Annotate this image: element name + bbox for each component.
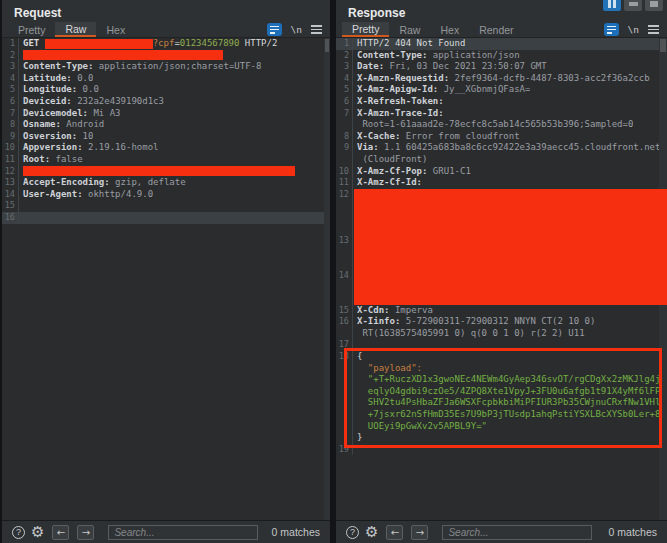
editor-row: 4X-Amzn-Requestid: 2fef9364-dcfb-4487-83… [336, 73, 667, 85]
editor-row: 2Content-Type: application/json [336, 50, 667, 62]
line-number: 5 [2, 84, 19, 96]
editor-row: Root=1-61aaad2e-78ecfc8c5ab14c565b53b396… [336, 119, 667, 131]
tab-raw[interactable]: Raw [389, 22, 430, 37]
line-number: 12 [336, 189, 353, 201]
line-number: 4 [336, 73, 353, 85]
editor-row: 16 [2, 212, 330, 224]
line-number: 4 [2, 73, 19, 85]
menu-icon[interactable] [311, 25, 322, 34]
help-icon[interactable]: ? [346, 526, 359, 539]
tab-raw[interactable]: Raw [55, 22, 96, 37]
line-number [336, 119, 353, 131]
editor-row: 2 [2, 50, 330, 62]
line-number [336, 293, 353, 305]
line-number: 9 [336, 142, 353, 154]
line-number: 10 [336, 166, 353, 178]
line-number: 5 [336, 84, 353, 96]
tab-pretty[interactable]: Pretty [8, 22, 55, 37]
editor-row: 10X-Amz-Cf-Pop: GRU1-C1 [336, 166, 667, 178]
scrollbar-thumb[interactable] [325, 39, 329, 52]
line-number: 6 [2, 96, 19, 108]
line-number: 8 [336, 131, 353, 143]
editor-row: 9Via: 1.1 60425a683ba8c6cc92422e3a39aecc… [336, 142, 667, 154]
next-match-button[interactable]: → [77, 525, 94, 540]
line-number: 6 [336, 96, 353, 108]
match-count: 0 matches [609, 526, 659, 538]
prev-match-button[interactable]: ← [52, 525, 69, 540]
line-number: 12 [2, 166, 19, 178]
wrap-lines-icon[interactable] [267, 23, 282, 36]
response-titlebar: Response [336, 0, 667, 22]
newline-toggle[interactable]: \n [291, 24, 302, 35]
redaction-overlay [354, 189, 667, 305]
redaction [23, 166, 295, 176]
menu-icon[interactable] [648, 25, 659, 34]
tab-render[interactable]: Render [469, 22, 523, 37]
response-search-bar: ? ⚙ ← → 0 matches [336, 520, 667, 543]
response-tabbar: PrettyRawHexRender \n [336, 22, 667, 38]
line-number [336, 328, 353, 340]
panel-title: Request [14, 6, 61, 20]
panel-title: Response [348, 6, 405, 20]
line-number [336, 154, 353, 166]
editor-row: 15 [2, 200, 330, 212]
editor-row: 3Date: Fri, 03 Dec 2021 23:50:07 GMT [336, 61, 667, 73]
editor-row: 5Longitude: 0.0 [2, 84, 330, 96]
editor-row: 1GET ?cpf=01234567890 HTTP/2 [2, 38, 330, 50]
editor-row: 14User-Agent: okhttp/4.9.0 [2, 189, 330, 201]
editor-row: 13Accept-Encoding: gzip, deflate [2, 177, 330, 189]
line-number: 3 [2, 61, 19, 73]
search-input[interactable] [442, 525, 592, 540]
scrollbar[interactable] [324, 38, 330, 520]
gear-icon[interactable]: ⚙ [31, 526, 44, 539]
response-editor[interactable]: 1HTTP/2 404 Not Found2Content-Type: appl… [336, 38, 667, 520]
line-number: 10 [2, 142, 19, 154]
line-number: 2 [2, 50, 19, 62]
newline-toggle[interactable]: \n [628, 24, 639, 35]
line-number: 1 [336, 38, 353, 50]
editor-row: 7Devicemodel: Mi A3 [2, 108, 330, 120]
redaction [45, 39, 153, 49]
line-number [336, 247, 353, 259]
scrollbar-thumb[interactable] [660, 39, 666, 52]
editor-row: 6X-Refresh-Token: [336, 96, 667, 108]
line-number: 11 [336, 177, 353, 189]
tab-hex[interactable]: Hex [96, 22, 135, 37]
layout-columns-button[interactable] [603, 0, 621, 11]
prev-match-button[interactable]: ← [386, 525, 403, 540]
editor-row: 10Appversion: 2.19.16-homol [2, 142, 330, 154]
request-search-bar: ? ⚙ ← → 0 matches [2, 520, 330, 543]
line-number: 13 [2, 177, 19, 189]
next-match-button[interactable]: → [411, 525, 428, 540]
line-number: 16 [336, 316, 353, 328]
wrap-lines-icon[interactable] [604, 23, 619, 36]
search-input[interactable] [108, 525, 258, 540]
editor-row: 8X-Cache: Error from cloudfront [336, 131, 667, 143]
editor-row: 3Content-Type: application/json;charset=… [2, 61, 330, 73]
line-number: 13 [336, 235, 353, 247]
gear-icon[interactable]: ⚙ [365, 526, 378, 539]
tab-pretty[interactable]: Pretty [342, 22, 389, 37]
request-tabbar: PrettyRawHex \n [2, 22, 330, 38]
layout-buttons [603, 0, 663, 11]
line-number: 14 [2, 189, 19, 201]
line-number [336, 281, 353, 293]
layout-single-button[interactable] [645, 0, 663, 11]
editor-row: 11X-Amz-Cf-Id: [336, 177, 667, 189]
line-number: 8 [2, 119, 19, 131]
editor-row: 9Osversion: 10 [2, 131, 330, 143]
editor-row: 4Latitude: 0.0 [2, 73, 330, 85]
help-icon[interactable]: ? [12, 526, 25, 539]
line-number: 9 [2, 131, 19, 143]
layout-rows-button[interactable] [624, 0, 642, 11]
editor-row: (CloudFront) [336, 154, 667, 166]
editor-row: 16X-Iinfo: 5-72900311-72900312 NNYN CT(2… [336, 316, 667, 328]
line-number [336, 200, 353, 212]
request-titlebar: Request [2, 0, 330, 22]
line-number: 7 [336, 108, 353, 120]
redaction [23, 50, 223, 60]
tab-hex[interactable]: Hex [430, 22, 469, 37]
editor-row: 11Root: false [2, 154, 330, 166]
request-editor[interactable]: 1GET ?cpf=01234567890 HTTP/223Content-Ty… [2, 38, 330, 520]
editor-row: 5X-Amz-Apigw-Id: Jy__XGbnmjQFasA= [336, 84, 667, 96]
